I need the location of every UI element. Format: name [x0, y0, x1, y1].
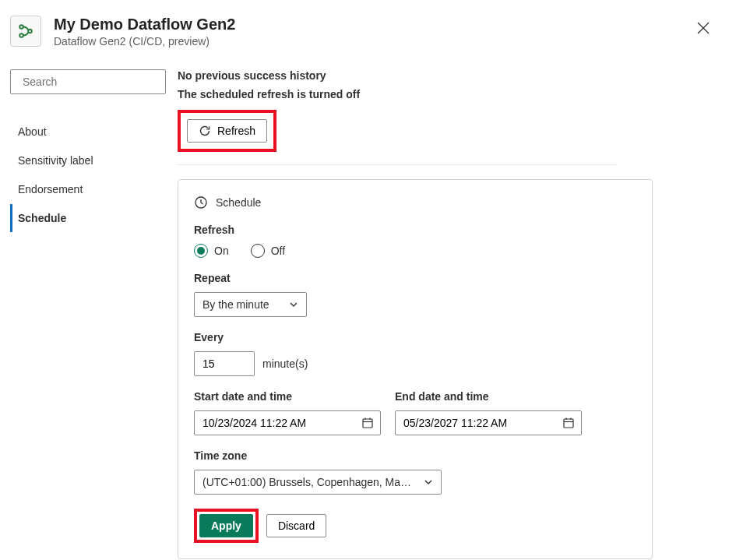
start-date-label: Start date and time — [194, 390, 381, 403]
every-field: Every minute(s) — [194, 331, 636, 376]
svg-point-0 — [19, 25, 23, 29]
panel-actions: Apply Discard — [194, 509, 636, 543]
refresh-icon — [199, 125, 211, 137]
end-date-label: End date and time — [395, 390, 582, 403]
refresh-button-label: Refresh — [217, 125, 255, 137]
end-date-input[interactable] — [395, 410, 582, 435]
history-status: No previous success history — [178, 69, 717, 82]
chevron-down-icon — [424, 477, 433, 487]
end-date-field: End date and time — [395, 390, 582, 435]
radio-on[interactable]: On — [194, 244, 229, 258]
radio-off-icon — [251, 244, 265, 258]
search-icon — [17, 76, 18, 88]
sidebar-item-endorsement[interactable]: Endorsement — [10, 175, 165, 203]
date-row: Start date and time End date and time — [194, 390, 636, 435]
every-input[interactable] — [194, 351, 255, 376]
calendar-icon — [361, 417, 374, 429]
panel-title: Schedule — [194, 195, 636, 210]
refresh-button[interactable]: Refresh — [187, 119, 267, 143]
repeat-label: Repeat — [194, 272, 636, 284]
svg-rect-8 — [363, 419, 372, 428]
timezone-value: (UTC+01:00) Brussels, Copenhagen, Madrid… — [202, 476, 413, 488]
svg-point-1 — [19, 33, 23, 37]
refresh-label: Refresh — [194, 224, 636, 236]
search-input[interactable] — [10, 69, 166, 94]
page-subtitle: Dataflow Gen2 (CI/CD, preview) — [54, 35, 235, 48]
radio-off[interactable]: Off — [251, 244, 285, 258]
radio-on-label: On — [214, 245, 229, 257]
search-field[interactable] — [23, 76, 159, 88]
svg-point-5 — [17, 82, 18, 83]
refresh-highlight: Refresh — [178, 110, 276, 152]
chevron-down-icon — [289, 300, 298, 309]
repeat-value: By the minute — [202, 298, 269, 311]
apply-highlight: Apply — [194, 509, 259, 543]
discard-button[interactable]: Discard — [266, 514, 326, 537]
dataflow-icon — [10, 16, 41, 47]
sidebar-item-about[interactable]: About — [10, 118, 165, 146]
divider — [178, 164, 618, 165]
refresh-field: Refresh On Off — [194, 224, 636, 258]
radio-off-label: Off — [271, 245, 285, 257]
close-button[interactable] — [692, 17, 714, 41]
sidebar-item-schedule[interactable]: Schedule — [10, 204, 165, 232]
schedule-panel: Schedule Refresh On Off Repe — [178, 179, 653, 559]
close-icon — [697, 22, 710, 34]
end-date-value[interactable] — [403, 417, 562, 429]
timezone-select[interactable]: (UTC+01:00) Brussels, Copenhagen, Madrid… — [194, 470, 442, 495]
start-date-value[interactable] — [202, 417, 361, 429]
timezone-field: Time zone (UTC+01:00) Brussels, Copenhag… — [194, 449, 636, 495]
main-content: No previous success history The schedule… — [165, 69, 736, 559]
start-date-field: Start date and time — [194, 390, 381, 435]
header: My Demo Dataflow Gen2 Dataflow Gen2 (CI/… — [0, 0, 736, 48]
every-label: Every — [194, 331, 636, 343]
sidebar: About Sensitivity label Endorsement Sche… — [0, 69, 165, 559]
every-unit: minute(s) — [262, 357, 308, 370]
sidebar-item-sensitivity[interactable]: Sensitivity label — [10, 146, 165, 174]
svg-rect-12 — [564, 419, 573, 428]
panel-title-label: Schedule — [216, 196, 261, 209]
timezone-label: Time zone — [194, 449, 636, 462]
schedule-status: The scheduled refresh is turned off — [178, 88, 717, 100]
start-date-input[interactable] — [194, 410, 381, 435]
repeat-field: Repeat By the minute — [194, 272, 636, 317]
calendar-icon — [562, 417, 575, 429]
header-text: My Demo Dataflow Gen2 Dataflow Gen2 (CI/… — [54, 16, 235, 48]
radio-on-icon — [194, 244, 208, 258]
page-title: My Demo Dataflow Gen2 — [54, 16, 235, 33]
repeat-select[interactable]: By the minute — [194, 292, 307, 317]
refresh-radio-group: On Off — [194, 244, 636, 258]
apply-button[interactable]: Apply — [199, 514, 253, 537]
clock-icon — [194, 195, 208, 210]
